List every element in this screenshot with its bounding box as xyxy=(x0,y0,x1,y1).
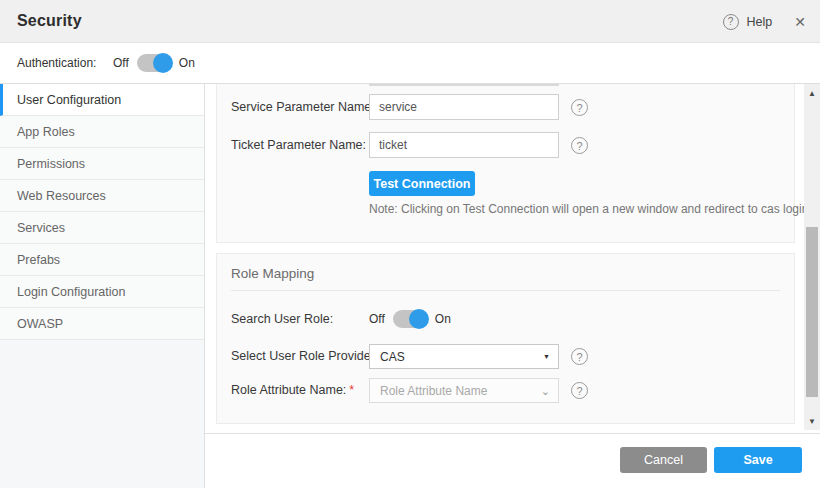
authentication-on-label: On xyxy=(179,56,195,70)
save-button[interactable]: Save xyxy=(714,447,802,473)
section-divider xyxy=(231,290,780,291)
cancel-button[interactable]: Cancel xyxy=(620,447,707,473)
role-mapping-panel: Role Mapping Search User Role: Off On Se… xyxy=(216,253,795,424)
scroll-down-arrow-icon[interactable]: ▼ xyxy=(804,414,820,428)
role-attribute-combobox[interactable]: Role Attribute Name ⌄ xyxy=(369,378,559,403)
sidebar-item-permissions[interactable]: Permissions xyxy=(0,148,204,180)
test-connection-note: Note: Clicking on Test Connection will o… xyxy=(369,202,808,216)
security-settings-dialog: Security ? Help ✕ Authentication: Off On… xyxy=(0,0,820,488)
search-user-role-off-label: Off xyxy=(369,312,385,326)
footer-divider xyxy=(205,433,820,434)
role-attribute-help-icon[interactable]: ? xyxy=(571,382,588,399)
authentication-row: Authentication: Off On xyxy=(0,43,820,84)
help-link[interactable]: Help xyxy=(747,15,773,29)
dialog-header: Security ? Help ✕ xyxy=(0,0,820,43)
search-user-role-toggle[interactable] xyxy=(393,310,427,328)
authentication-toggle[interactable] xyxy=(137,54,171,72)
search-user-role-on-label: On xyxy=(435,312,451,326)
sidebar-item-login-configuration[interactable]: Login Configuration xyxy=(0,276,204,308)
search-user-role-label: Search User Role: xyxy=(231,306,333,332)
sidebar-item-user-configuration[interactable]: User Configuration xyxy=(0,84,204,116)
ticket-parameter-help-icon[interactable]: ? xyxy=(571,137,588,154)
settings-sidebar: User Configuration App Roles Permissions… xyxy=(0,84,205,488)
authentication-label: Authentication: xyxy=(17,56,113,70)
help-icon[interactable]: ? xyxy=(723,14,739,30)
authentication-off-label: Off xyxy=(113,56,129,70)
role-attribute-label: Role Attribute Name:* xyxy=(231,377,354,403)
vertical-scrollbar[interactable]: ▲ ▼ xyxy=(804,84,820,430)
service-parameter-help-icon[interactable]: ? xyxy=(571,99,588,116)
page-title: Security xyxy=(17,12,82,30)
cas-parameters-panel: Service Parameter Name:* ? Ticket Parame… xyxy=(216,84,795,243)
service-parameter-label: Service Parameter Name:* xyxy=(231,94,383,120)
role-mapping-title: Role Mapping xyxy=(231,266,314,281)
toggle-knob xyxy=(409,309,429,329)
toggle-knob xyxy=(153,53,173,73)
required-asterisk: * xyxy=(349,383,354,397)
select-arrow-icon: ▼ xyxy=(543,353,558,360)
sidebar-item-app-roles[interactable]: App Roles xyxy=(0,116,204,148)
sidebar-item-services[interactable]: Services xyxy=(0,212,204,244)
sidebar-item-owasp[interactable]: OWASP xyxy=(0,308,204,340)
clipped-field-edge xyxy=(369,84,559,86)
provider-label: Select User Role Provider: xyxy=(231,343,378,369)
sidebar-item-web-resources[interactable]: Web Resources xyxy=(0,180,204,212)
ticket-parameter-input[interactable] xyxy=(369,132,559,158)
role-attribute-placeholder: Role Attribute Name xyxy=(370,384,541,398)
scrollbar-thumb[interactable] xyxy=(806,227,818,397)
provider-help-icon[interactable]: ? xyxy=(571,348,588,365)
scroll-up-arrow-icon[interactable]: ▲ xyxy=(804,86,820,100)
service-parameter-input[interactable] xyxy=(369,94,559,120)
search-user-role-toggle-row: Off On xyxy=(369,306,451,332)
close-icon[interactable]: ✕ xyxy=(794,15,806,29)
ticket-parameter-label: Ticket Parameter Name:* xyxy=(231,132,374,158)
sidebar-item-prefabs[interactable]: Prefabs xyxy=(0,244,204,276)
provider-selected-value: CAS xyxy=(370,350,543,364)
provider-select[interactable]: CAS ▼ xyxy=(369,344,559,369)
test-connection-button[interactable]: Test Connection xyxy=(369,171,475,196)
